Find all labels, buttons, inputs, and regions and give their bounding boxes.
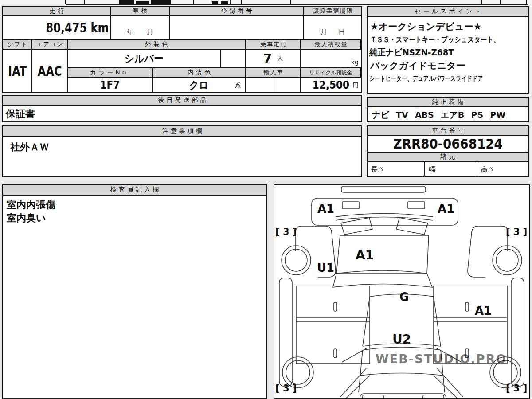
color-no-header: カラーNo. [68,68,153,78]
wiper-vent-left [341,218,372,235]
import-value-cell-1 [246,78,274,92]
rear-bumper-step-right [423,395,444,398]
vehicle-info-table: 走行 車検 登録番号 譲渡書類期限 80,475 km 年 月 月 日 シフト … [2,6,362,93]
aircon-value: AAC [38,63,62,79]
cropped-cell-border [230,0,231,4]
sales-point-line: ＴＳＳ・スマートキー・プッシュスタート、 [370,35,500,45]
registration-value-cell [170,16,304,40]
transfer-day-label: 日 [339,28,345,36]
exterior-color-header: 外装色 [68,40,246,50]
tire-mark-front-right: [ 3 ] [506,227,527,237]
cropped-cell-border [500,0,501,4]
damage-label-left-pillar: U1 [317,261,334,274]
rear-window-arc [364,347,439,350]
shaken-month-label: 月 [147,28,153,36]
fog-lamp-right [408,202,425,209]
color-no-value-cell: 1F7 [68,78,153,92]
car-diagram: WEB-STUDIO.PRO A1 A1 A1 G U1 U2 A1 [ 3 ]… [274,185,529,398]
chassis-number-value: ZRR80-0668124 [393,136,503,152]
cropped-cell-border [193,0,194,4]
shaken-year-label: 年 [127,28,133,36]
inspector-note-line: 室内内張傷 [7,198,55,211]
tire-mark-rear-left: [ 3 ] [275,383,297,394]
cropped-cell-border [481,0,482,4]
cropped-cell-border [65,0,66,4]
cropped-text-fragment [212,1,218,4]
transfer-month-label: 月 [321,28,327,36]
tire-mark-rear-right: [ 3 ] [506,383,527,394]
watermark: WEB-STUDIO.PRO [376,352,507,366]
chassis-number-cell: ZRR80-0668124 [368,136,528,153]
spec-length-label: 長さ [371,165,384,174]
side-sill-left [279,278,292,386]
damage-label-roof: U2 [392,332,411,347]
shift-value-cell: IAT [3,50,32,92]
interior-color-value-cell: クロ 系 [153,78,246,92]
damage-label-front-bumper-right: A1 [438,202,454,215]
hood-band [333,270,432,287]
rear-bumper [360,394,446,398]
chassis-number-header: 車台番号 [368,126,528,136]
front-grille-strip [341,186,426,192]
recycle-deposit-value-cell: 12,500 円 [301,78,361,92]
shift-value: IAT [8,63,27,79]
shaken-header: 車検 [111,7,170,16]
spec-height-label: 高さ [481,165,494,174]
mileage-header: 走行 [3,7,111,16]
sales-points-header: セールスポイント [368,7,528,17]
spec-length-cell: 長さ [368,162,425,176]
specs-header: 諸元 [368,153,528,162]
exterior-color-value-cell: シルバー [68,50,221,68]
capacity-header: 乗車定員 [246,40,301,50]
inspector-notes-header: 検査員記入欄 [3,185,266,196]
cowl-arc [336,214,433,217]
transfer-deadline-header: 譲渡書類期限 [304,7,361,16]
damage-label-right-slide-door: A1 [475,304,492,317]
sales-point-line: シートヒーター、デュアルパワースライドドア [369,74,483,83]
wheel-front-left [282,246,311,275]
wheel-front-right [493,246,522,275]
cropped-text-fragment [151,0,171,4]
registration-header: 登録番号 [170,7,304,16]
sales-point-line: バックガイドモニター [370,59,465,72]
sales-points-section: セールスポイント ★オークションデビュー★ ＴＳＳ・スマートキー・プッシュスター… [367,6,529,94]
import-header: 輸入車 [246,68,301,78]
inspector-notes-section: 検査員記入欄 室内内張傷 室内臭い [2,184,267,399]
car-diagram-panel: WEB-STUDIO.PRO A1 A1 A1 G U1 U2 A1 [ 3 ]… [274,184,530,399]
equipment-section: 純正装備 ナビ TV ABS エアB PS PW [367,97,529,122]
capacity-value: 7 [263,51,272,66]
exterior-color-value: シルバー [125,51,164,66]
shaken-value-cell: 年 月 [111,16,170,40]
recycle-deposit-unit: 円 [353,81,359,89]
caution-notes-header: 注意事項欄 [3,126,361,137]
recycle-deposit-value: 12,500 [313,79,349,91]
wheel-front-left-inner [285,249,307,271]
max-load-value-cell: kg [301,50,361,68]
windshield [336,235,429,274]
sales-point-line: ★オークションデビュー★ [370,20,482,33]
cropped-text-fragment [119,0,134,4]
slide-rail-left [342,348,367,362]
color-no-value: 1F7 [100,79,120,91]
equipment-header: 純正装備 [368,98,528,107]
wheel-front-right-inner [496,249,518,271]
fog-lamp-left [342,202,359,209]
equipment-content: ナビ TV ABS エアB PS PW [372,109,505,121]
recycle-deposit-header: リサイクル預託金 [301,68,361,78]
chassis-specs-section: 車台番号 ZRR80-0668124 諸元 長さ 幅 高さ [367,125,529,177]
inspector-note-line: 室内臭い [7,211,46,225]
interior-color-header: 内装色 [153,68,246,78]
side-sill-right [511,278,524,386]
cowl-arc [336,217,433,221]
cropped-cell-border [526,0,527,4]
door-panel-left [296,286,370,364]
cropped-cell-border [241,0,242,4]
capacity-value-cell: 7 人 [246,50,301,68]
caution-notes-section: 注意事項欄 社外ＡＷ [2,125,362,177]
door-handle-right-front [466,302,469,311]
max-load-unit: kg [351,59,359,66]
shift-header: シフト [3,40,32,50]
spec-height-cell: 高さ [477,162,528,176]
door-handle-left-rear [334,349,337,358]
wheel-rear-left-inner [286,360,310,384]
